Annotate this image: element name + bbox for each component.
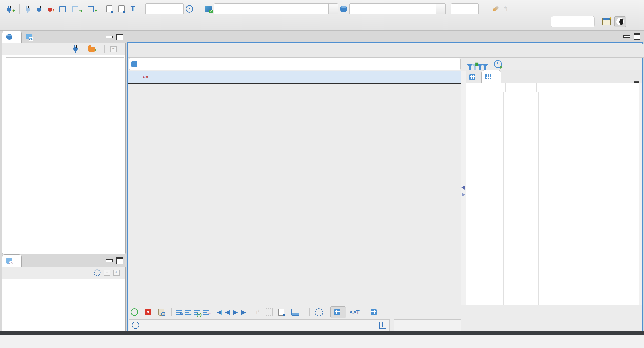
metadata-body-background xyxy=(466,92,642,305)
fetch-arrow-icon: ↰ xyxy=(255,308,261,316)
database-navigator-icon xyxy=(6,34,12,40)
new-sql-editor-button[interactable] xyxy=(58,6,67,12)
open-perspective-icon[interactable] xyxy=(602,18,611,25)
column-header-postalcode-clipped[interactable]: ABC xyxy=(140,71,151,83)
previous-row-button[interactable]: ◀ xyxy=(225,309,229,316)
project-toolbar: − + xyxy=(2,267,125,279)
grid-corner-cell[interactable] xyxy=(128,71,140,83)
sql-editor-icon xyxy=(59,6,66,12)
panels-icon xyxy=(291,309,299,316)
expand-all-icon[interactable]: + xyxy=(113,270,120,276)
maximize-editor-icon[interactable] xyxy=(634,33,640,40)
reconnect-button[interactable] xyxy=(35,6,42,12)
database-navigator-panel: + + − xyxy=(2,43,126,254)
transaction-icon: T xyxy=(131,5,135,13)
fetch-all-button[interactable] xyxy=(266,308,273,316)
minimize-editor-icon[interactable] xyxy=(623,35,630,38)
value-viewer-icon[interactable] xyxy=(371,309,377,315)
search-metadata-button[interactable] xyxy=(492,7,499,10)
minimize-view-icon[interactable] xyxy=(106,36,113,38)
tab-project-general[interactable] xyxy=(2,254,22,267)
database-select[interactable] xyxy=(214,3,338,14)
connect-button[interactable] xyxy=(24,6,31,12)
delete-row-button[interactable]: − xyxy=(203,309,209,315)
tab-database-navigator[interactable] xyxy=(2,31,22,43)
commit-icon xyxy=(106,5,112,12)
fetch-page-button[interactable]: ↰ xyxy=(255,308,261,316)
schema-icon xyxy=(340,6,347,12)
disconnect-button[interactable]: \ xyxy=(46,5,54,13)
first-row-button[interactable]: ◀ xyxy=(216,309,223,316)
quick-access-input[interactable] xyxy=(551,16,595,27)
metadata-scrollbar[interactable] xyxy=(639,83,642,305)
new-folder-button[interactable]: + xyxy=(88,46,97,53)
plug-new-icon xyxy=(73,47,78,51)
navigator-new-connection-button[interactable]: + xyxy=(72,46,81,53)
save-button[interactable] xyxy=(131,308,140,316)
metadata-header xyxy=(466,83,642,92)
column-header-type[interactable] xyxy=(545,83,580,92)
rollback-button[interactable] xyxy=(118,5,127,12)
settings-button[interactable] xyxy=(315,308,326,316)
cancel-button[interactable]: x xyxy=(145,309,153,315)
gear-icon[interactable] xyxy=(94,269,101,276)
script-button[interactable] xyxy=(158,309,166,316)
text-view-button[interactable]: <>T xyxy=(350,309,362,315)
grid-view-button[interactable] xyxy=(330,306,346,318)
clock-icon xyxy=(186,5,193,13)
schema-select-dropdown[interactable] xyxy=(436,4,445,14)
record-page-icon xyxy=(278,309,284,316)
schema-select[interactable] xyxy=(349,3,446,14)
undo-button[interactable]: ↰ xyxy=(503,5,508,13)
collapse-all-icon[interactable]: − xyxy=(104,270,110,276)
timer-icon xyxy=(494,60,502,68)
metadata-panel-icon xyxy=(485,74,491,79)
new-sql-script-button[interactable]: + xyxy=(87,5,97,13)
txn-mode-select[interactable] xyxy=(145,3,184,14)
tab-value[interactable] xyxy=(466,71,481,83)
plug-reconnect-icon xyxy=(37,8,41,12)
text-icon: <>T xyxy=(350,309,360,315)
record-button[interactable] xyxy=(278,309,286,316)
minimize-panel-icon[interactable] xyxy=(634,81,639,83)
maximize-view-icon[interactable] xyxy=(116,34,123,40)
auto-refresh-button[interactable] xyxy=(492,60,505,68)
sql-filter-input[interactable] xyxy=(145,61,450,68)
projects-icon xyxy=(26,34,32,39)
grid-icon xyxy=(334,309,340,315)
auto-refresh-status xyxy=(394,319,461,331)
tab-projects[interactable] xyxy=(22,31,38,43)
undo-icon: ↰ xyxy=(503,5,508,13)
commit-button[interactable] xyxy=(106,5,114,12)
fit-width-icon[interactable] xyxy=(379,322,386,329)
edit-row-button[interactable]: ✎ xyxy=(176,309,182,315)
navigator-filter-input[interactable] xyxy=(5,57,125,67)
add-row-button[interactable]: + xyxy=(185,309,191,315)
data-grid xyxy=(128,83,461,305)
txn-history-button[interactable] xyxy=(186,5,196,13)
column-header-label[interactable] xyxy=(506,83,537,92)
open-sql-editor-button[interactable]: ➜ xyxy=(71,5,83,13)
maximize-view-icon[interactable] xyxy=(116,257,123,264)
column-header-tablename[interactable] xyxy=(580,83,617,92)
grid-header: ABC xyxy=(128,71,461,84)
panels-button[interactable] xyxy=(291,309,304,316)
fetch-size-input[interactable] xyxy=(451,3,479,14)
project-panel: − + xyxy=(2,267,126,331)
info-icon xyxy=(132,322,139,329)
next-row-button[interactable]: ▶ xyxy=(233,309,238,316)
last-row-button[interactable]: ▶ xyxy=(239,309,247,316)
duplicate-row-button[interactable]: (+) xyxy=(194,309,200,315)
column-header-number[interactable] xyxy=(537,83,545,92)
minimize-view-icon[interactable] xyxy=(106,259,113,262)
tab-metadata[interactable] xyxy=(481,70,501,83)
side-panel-tabstrip xyxy=(466,70,642,83)
folder-add-icon xyxy=(88,47,95,52)
new-connection-button[interactable]: + xyxy=(6,5,15,13)
column-header-name[interactable] xyxy=(466,83,506,92)
plug-new-icon xyxy=(7,8,11,12)
collapse-all-icon[interactable]: − xyxy=(110,46,117,52)
dbeaver-perspective-button[interactable] xyxy=(614,16,626,27)
transaction-log-button[interactable]: T xyxy=(131,5,138,13)
database-select-dropdown[interactable] xyxy=(328,4,338,14)
